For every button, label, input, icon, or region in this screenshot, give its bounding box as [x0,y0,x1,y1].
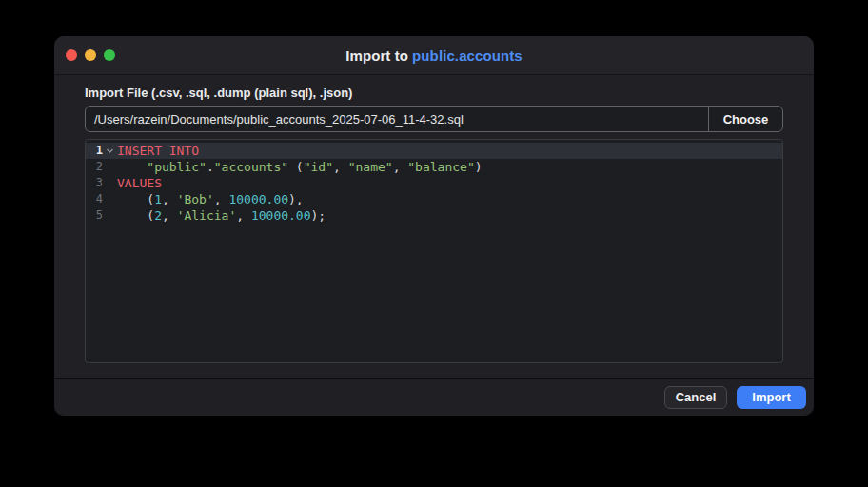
import-button[interactable]: Import [737,386,806,409]
zoom-button[interactable] [104,49,115,61]
editor-line[interactable]: 1INSERT INTO [86,143,782,159]
code-text: (1, 'Bob', 10000.00), [117,191,304,207]
line-number: 3 [86,175,103,191]
file-path-input[interactable] [86,107,708,131]
fold-chevron-icon[interactable] [103,146,117,155]
sql-preview-editor[interactable]: 1INSERT INTO2 "public"."accounts" ("id",… [85,139,783,363]
cancel-button[interactable]: Cancel [664,386,727,409]
line-number: 5 [86,207,103,224]
line-number: 4 [86,191,103,207]
editor-line[interactable]: 2 "public"."accounts" ("id", "name", "ba… [86,159,782,175]
code-text: "public"."accounts" ("id", "name", "bala… [117,159,483,175]
choose-button[interactable]: Choose [709,107,782,131]
window-title-table-name: public.accounts [412,48,523,64]
dialog-body: Import File (.csv, .sql, .dump (plain sq… [54,75,814,378]
import-file-label: Import File (.csv, .sql, .dump (plain sq… [85,86,783,100]
code-text: (2, 'Alicia', 10000.00); [117,207,326,224]
window-title-prefix: Import to [345,48,408,64]
minimize-button[interactable] [85,49,96,61]
traffic-lights [66,36,115,74]
code-text: INSERT INTO [117,143,199,159]
line-number: 2 [86,159,103,175]
file-path-control: Choose [85,106,783,132]
import-dialog-window: Import topublic.accounts Import File (.c… [54,36,814,416]
line-number: 1 [86,143,103,159]
editor-line[interactable]: 5 (2, 'Alicia', 10000.00); [86,207,782,224]
dialog-footer: Cancel Import [54,378,814,416]
window-title: Import topublic.accounts [345,48,523,64]
editor-line[interactable]: 3VALUES [86,175,782,191]
code-text: VALUES [117,175,162,191]
editor-line[interactable]: 4 (1, 'Bob', 10000.00), [86,191,782,207]
close-button[interactable] [66,49,77,61]
titlebar[interactable]: Import topublic.accounts [54,36,814,75]
desktop-background: Import topublic.accounts Import File (.c… [0,0,868,487]
